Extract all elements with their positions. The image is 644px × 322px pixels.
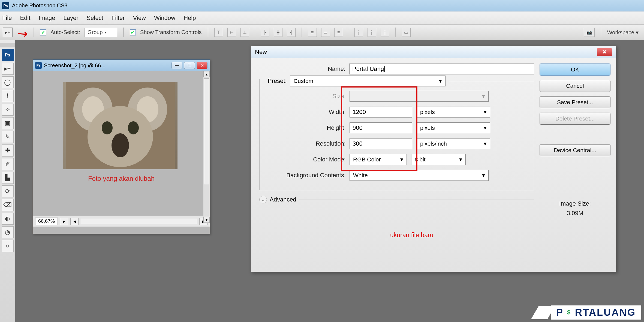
- maximize-button[interactable]: ☐: [184, 62, 195, 69]
- save-preset-button[interactable]: Save Preset...: [540, 96, 610, 108]
- bridge-icon[interactable]: 📷: [584, 28, 595, 37]
- history-brush-tool[interactable]: ⟳: [2, 185, 14, 197]
- dollar-icon: [564, 307, 574, 318]
- device-central-button[interactable]: Device Central...: [540, 144, 610, 156]
- menu-help[interactable]: Help: [183, 14, 196, 22]
- wand-tool[interactable]: ✧: [2, 104, 14, 116]
- close-button[interactable]: ✕: [197, 62, 207, 69]
- document-titlebar[interactable]: Ps Screenshot_2.jpg @ 66... — ☐ ✕: [33, 60, 210, 71]
- align-right-icon[interactable]: ┫: [287, 28, 296, 37]
- preset-fieldset: Preset: Custom▾ Size: ▾ Width: 1200 pixe…: [259, 79, 534, 190]
- gradient-tool[interactable]: ◐: [2, 213, 14, 225]
- align-bottom-icon[interactable]: ⊥: [240, 28, 249, 37]
- healing-tool[interactable]: ✚: [2, 145, 14, 157]
- horizontal-scrollbar[interactable]: [81, 219, 197, 224]
- dialog-close-button[interactable]: ✕: [597, 48, 612, 56]
- move-tool[interactable]: ▸+: [2, 63, 14, 75]
- menu-image[interactable]: Image: [38, 14, 55, 22]
- move-tool-icon[interactable]: ▸+: [3, 28, 13, 37]
- koala-image: [63, 82, 177, 169]
- distribute-3-icon[interactable]: ≡: [334, 28, 343, 37]
- align-left-icon[interactable]: ┣: [261, 28, 269, 37]
- height-input[interactable]: 900: [350, 122, 412, 133]
- image-size-label: Image Size:: [540, 199, 610, 208]
- menu-file[interactable]: File: [2, 14, 12, 22]
- blur-tool[interactable]: ◔: [2, 226, 14, 238]
- tools-panel: Ps ▸+ ◯ ⌇ ✧ ▣ ✎ ✚ ✐ ▙ ⟳ ⌫ ◐ ◔ ○: [0, 40, 15, 322]
- distribute-5-icon[interactable]: ┇: [368, 28, 376, 37]
- distribute-6-icon[interactable]: ┆: [381, 28, 389, 37]
- scroll-thumb[interactable]: [204, 78, 209, 184]
- align-vcenter-icon[interactable]: ⊢: [227, 28, 236, 37]
- eyedropper-tool[interactable]: ✎: [2, 131, 14, 143]
- bg-dropdown[interactable]: White▾: [350, 170, 489, 181]
- distribute-1-icon[interactable]: ≡: [308, 28, 317, 37]
- portaluang-watermark: PRTALUANG: [551, 305, 641, 320]
- brush-tool[interactable]: ✐: [2, 158, 14, 170]
- menu-layer[interactable]: Layer: [64, 14, 79, 22]
- menu-edit[interactable]: Edit: [20, 14, 30, 22]
- eraser-tool[interactable]: ⌫: [2, 199, 14, 211]
- show-transform-checkbox[interactable]: ✔: [130, 29, 136, 35]
- stamp-tool[interactable]: ▙: [2, 172, 14, 184]
- scroll-down-icon[interactable]: ▾: [203, 217, 210, 223]
- separator: [395, 28, 396, 37]
- advanced-toggle[interactable]: ⌄ Advanced: [259, 196, 534, 203]
- new-document-dialog: New ✕ Name: Portal Uang Preset: Custom▾: [251, 46, 616, 272]
- auto-align-icon[interactable]: ▭: [402, 28, 411, 37]
- resolution-unit-dropdown[interactable]: pixels/inch▾: [417, 138, 490, 149]
- photoshop-logo-icon: Ps: [2, 49, 14, 61]
- scroll-up-icon[interactable]: ▴: [203, 71, 210, 77]
- width-label: Width:: [260, 109, 350, 116]
- annotation-caption: Foto yang akan diubah: [33, 175, 210, 182]
- chevron-down-icon[interactable]: ⌄: [259, 196, 267, 203]
- separator: [34, 28, 34, 37]
- zoom-value[interactable]: 66,67%: [35, 218, 58, 225]
- delete-preset-button: Delete Preset...: [540, 113, 610, 125]
- align-top-icon[interactable]: ⊤: [214, 28, 223, 37]
- panel-grip[interactable]: [0, 43, 15, 47]
- distribute-4-icon[interactable]: ┆: [354, 28, 363, 37]
- separator: [601, 28, 601, 37]
- width-unit-dropdown[interactable]: pixels▾: [417, 107, 490, 118]
- ok-button[interactable]: OK: [540, 64, 610, 76]
- align-hcenter-icon[interactable]: ╋: [274, 28, 282, 37]
- document-statusbar: 66,67% ▸ ◂ ▸: [33, 216, 210, 227]
- marquee-tool[interactable]: ◯: [2, 76, 14, 88]
- scroll-left-icon[interactable]: ◂: [70, 218, 79, 225]
- document-window: Ps Screenshot_2.jpg @ 66... — ☐ ✕: [33, 59, 210, 234]
- colormode-dropdown[interactable]: RGB Color▾: [350, 154, 407, 165]
- dialog-form: Name: Portal Uang Preset: Custom▾ Size:: [259, 64, 534, 218]
- menubar: File Edit Image Layer Select Filter View…: [0, 11, 644, 25]
- cancel-button[interactable]: Cancel: [540, 80, 610, 92]
- height-unit-dropdown[interactable]: pixels▾: [417, 122, 490, 133]
- app-titlebar: Ps Adobe Photoshop CS3: [0, 0, 644, 11]
- menu-select[interactable]: Select: [87, 14, 103, 22]
- crop-tool[interactable]: ▣: [2, 117, 14, 129]
- dialog-titlebar[interactable]: New ✕: [251, 46, 616, 58]
- svg-point-8: [112, 133, 129, 157]
- resolution-input[interactable]: 300: [350, 138, 412, 149]
- preset-dropdown[interactable]: Custom▾: [290, 76, 446, 86]
- menu-view[interactable]: View: [133, 14, 146, 22]
- name-label: Name:: [259, 65, 349, 73]
- minimize-button[interactable]: —: [171, 62, 182, 69]
- menu-filter[interactable]: Filter: [112, 14, 125, 22]
- separator: [302, 28, 302, 37]
- width-input[interactable]: 1200: [350, 107, 412, 118]
- lasso-tool[interactable]: ⌇: [2, 90, 14, 102]
- bitdepth-dropdown[interactable]: 8 bit▾: [411, 154, 466, 165]
- info-toggle-icon[interactable]: ▸: [60, 218, 68, 225]
- resolution-label: Resolution:: [260, 140, 350, 147]
- workspace-dropdown[interactable]: Workspace ▾: [607, 29, 639, 36]
- document-canvas[interactable]: Foto yang akan diubah: [33, 71, 210, 216]
- autoselect-checkbox[interactable]: ✔: [40, 29, 46, 35]
- menu-window[interactable]: Window: [154, 14, 175, 22]
- autoselect-dropdown[interactable]: Group▾: [85, 28, 117, 37]
- height-label: Height:: [260, 124, 350, 131]
- vertical-scrollbar[interactable]: ▴ ▾: [203, 71, 210, 223]
- distribute-2-icon[interactable]: ≣: [321, 28, 330, 37]
- dialog-buttons: OK Cancel Save Preset... Delete Preset..…: [540, 64, 610, 218]
- dodge-tool[interactable]: ○: [2, 240, 14, 252]
- name-input[interactable]: Portal Uang: [349, 64, 534, 74]
